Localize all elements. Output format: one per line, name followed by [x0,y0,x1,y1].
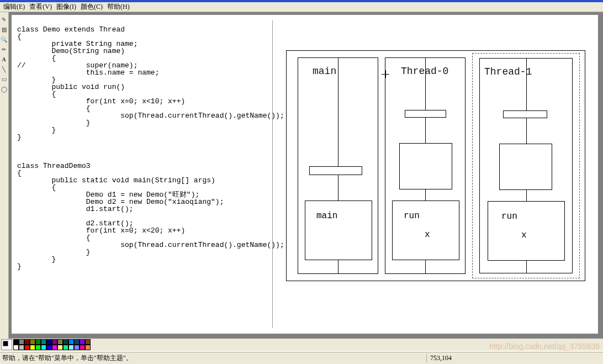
menu-help[interactable]: 帮助(H) [105,2,132,12]
t1-small-rect [503,110,547,118]
tool-2[interactable]: ▨ [0,24,8,34]
thread-0-box: Thread-0 run x [385,57,466,274]
palette-grid [13,339,98,350]
palette-swatch[interactable] [85,345,91,350]
palette-swatch[interactable] [35,345,41,350]
canvas[interactable]: class Demo extends Thread { private Stri… [11,14,599,334]
t0-var-x: x [425,230,430,240]
main-small-rect [309,166,362,175]
color-palette [0,339,603,351]
menu-image[interactable]: 图像(I) [54,2,78,12]
fg-bg-swatch[interactable] [1,339,12,350]
tool-ellipse[interactable]: ◯ [0,84,8,94]
thread-0-title: Thread-0 [401,66,448,77]
main-big-rect: main [305,201,372,260]
palette-swatch[interactable] [13,345,19,350]
t0-big-label: run [404,211,420,221]
t1-big-label: run [501,212,517,221]
palette-swatch[interactable] [57,345,63,350]
tool-magnify[interactable]: 🔍 [0,34,8,44]
tool-text[interactable]: A [0,54,8,64]
t1-var-x: x [521,230,527,240]
palette-swatch[interactable] [57,339,63,345]
palette-swatch[interactable] [46,345,52,350]
toolbox: ✎ ▨ 🔍 ✏ A ╲ ▭ ◯ [0,12,9,351]
palette-swatch[interactable] [80,339,85,345]
t0-big-rect: run x [392,201,459,260]
status-bar: 帮助，请在"帮助"菜单中，单击"帮助主题"。 753,104 [0,352,603,364]
palette-swatch[interactable] [30,339,35,345]
palette-swatch[interactable] [80,345,85,350]
vertical-divider [272,20,273,328]
status-help-text: 帮助，请在"帮助"菜单中，单击"帮助主题"。 [0,354,426,363]
thread-diagram: main main Thread-0 run x [286,50,585,281]
palette-swatch[interactable] [24,345,30,350]
status-coords: 753,104 [426,354,537,362]
palette-swatch[interactable] [68,339,74,345]
thread-1-box: Thread-1 run x [479,58,573,273]
palette-swatch[interactable] [13,339,19,345]
t0-small-rect [405,110,446,118]
palette-swatch[interactable] [63,339,68,345]
menu-edit[interactable]: 编辑(E) [1,2,27,12]
palette-swatch[interactable] [52,339,57,345]
palette-swatch[interactable] [85,339,91,345]
thread-main-box: main main [298,57,378,274]
t0-med-rect [399,143,452,189]
tool-line[interactable]: ╲ [0,64,8,74]
palette-swatch[interactable] [63,345,68,350]
tool-pencil[interactable]: ✏ [0,44,8,54]
palette-swatch[interactable] [68,345,74,350]
tool-rect[interactable]: ▭ [0,74,8,84]
palette-swatch[interactable] [24,339,30,345]
thread-main-title: main [313,66,336,77]
t1-med-rect [499,144,552,190]
t1-big-rect: run x [488,201,565,261]
palette-swatch[interactable] [74,345,80,350]
palette-swatch[interactable] [52,345,57,350]
main-big-label: main [316,211,337,221]
palette-swatch[interactable] [46,339,52,345]
palette-swatch[interactable] [19,345,24,350]
palette-swatch[interactable] [74,339,80,345]
code-block: class Demo extends Thread { private Stri… [17,26,268,270]
palette-swatch[interactable] [35,339,41,345]
workspace: ✎ ▨ 🔍 ✏ A ╲ ▭ ◯ class Demo extends Threa… [0,12,603,351]
menu-color[interactable]: 颜色(C) [78,2,105,12]
palette-swatch[interactable] [41,345,46,350]
thread-1-title: Thread-1 [484,66,532,77]
menu-bar: 编辑(E) 查看(V) 图像(I) 颜色(C) 帮助(H) [0,2,603,12]
menu-view[interactable]: 查看(V) [27,2,54,12]
palette-swatch[interactable] [30,345,35,350]
tool-1[interactable]: ✎ [0,14,8,24]
palette-swatch[interactable] [41,339,46,345]
thread-1-selection[interactable]: Thread-1 run x [472,53,580,278]
palette-swatch[interactable] [19,339,24,345]
